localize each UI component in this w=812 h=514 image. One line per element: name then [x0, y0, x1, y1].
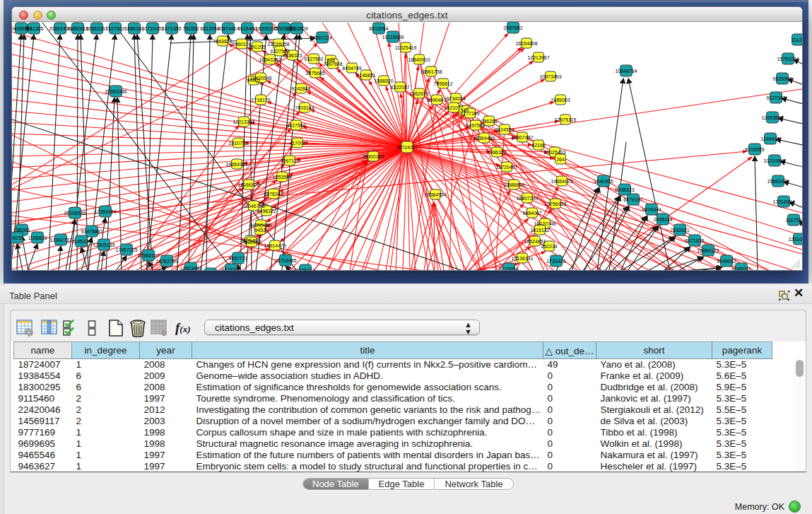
svg-text:19654955: 19654955: [225, 162, 247, 167]
svg-text:12093822: 12093822: [761, 115, 783, 120]
svg-text:3267110: 3267110: [281, 158, 300, 163]
svg-text:7357224: 7357224: [312, 35, 331, 40]
svg-text:16782759: 16782759: [155, 259, 177, 264]
svg-text:1588520: 1588520: [374, 78, 393, 83]
svg-text:264: 264: [556, 157, 565, 162]
svg-text:8938923: 8938923: [615, 187, 634, 192]
svg-text:7986322: 7986322: [487, 150, 506, 155]
svg-text:12975115: 12975115: [555, 117, 577, 122]
svg-text:8215955: 8215955: [745, 147, 764, 152]
svg-text:10756928: 10756928: [544, 201, 566, 206]
svg-text:8322037: 8322037: [390, 85, 409, 90]
svg-text:15716485: 15716485: [274, 258, 296, 263]
svg-text:9777169: 9777169: [460, 111, 479, 116]
svg-text:13524851: 13524851: [524, 239, 546, 244]
svg-text:20874414: 20874414: [217, 26, 239, 31]
svg-text:2087682: 2087682: [503, 25, 522, 30]
svg-text:10653267: 10653267: [86, 26, 107, 31]
svg-text:15692971: 15692971: [767, 179, 789, 184]
svg-text:10654122: 10654122: [697, 248, 719, 253]
svg-text:16120746: 16120746: [534, 221, 555, 226]
svg-text:891295: 891295: [249, 45, 265, 49]
svg-text:8811305: 8811305: [25, 26, 44, 31]
svg-text:9245052: 9245052: [717, 259, 736, 264]
svg-text:84099469: 84099469: [249, 223, 271, 228]
svg-text:1244415: 1244415: [760, 136, 779, 141]
svg-text:7803144: 7803144: [295, 105, 314, 110]
svg-text:16543362: 16543362: [259, 57, 281, 62]
svg-text:10807487: 10807487: [511, 135, 533, 140]
svg-text:18807249: 18807249: [516, 196, 538, 201]
svg-text:8186323: 8186323: [283, 53, 302, 58]
svg-text:8454749: 8454749: [342, 66, 361, 71]
svg-text:16033809: 16033809: [286, 26, 307, 31]
svg-text:11046798: 11046798: [243, 204, 265, 209]
svg-text:751552: 751552: [182, 26, 199, 31]
svg-text:93975887: 93975887: [81, 229, 102, 234]
svg-text:1156829: 1156829: [28, 235, 47, 240]
svg-text:11122: 11122: [792, 37, 802, 42]
svg-text:25300203: 25300203: [362, 154, 384, 159]
svg-text:62160: 62160: [531, 143, 546, 148]
svg-text:14914479: 14914479: [264, 243, 286, 248]
svg-text:935061: 935061: [13, 228, 30, 233]
svg-text:8471676: 8471676: [685, 238, 704, 243]
svg-text:3875685: 3875685: [305, 71, 324, 76]
svg-text:9227343: 9227343: [766, 95, 785, 100]
svg-text:23226058: 23226058: [267, 42, 289, 47]
svg-text:10688609: 10688609: [502, 182, 524, 187]
svg-text:2935114: 2935114: [654, 217, 673, 222]
svg-text:18724007: 18724007: [396, 145, 418, 150]
svg-text:19654923: 19654923: [551, 179, 572, 184]
svg-text:7955812: 7955812: [433, 81, 452, 86]
svg-text:6479197: 6479197: [623, 197, 642, 202]
svg-text:20053346: 20053346: [105, 89, 126, 94]
svg-text:417006: 417006: [289, 141, 305, 146]
svg-text:7632621: 7632621: [670, 228, 689, 233]
svg-text:10719155: 10719155: [141, 26, 163, 31]
svg-text:10210643: 10210643: [763, 158, 785, 163]
svg-text:9327502: 9327502: [304, 57, 323, 62]
svg-text:252214: 252214: [541, 244, 557, 249]
svg-text:16154808: 16154808: [515, 41, 537, 46]
svg-text:12505135: 12505135: [93, 243, 114, 247]
svg-text:15136141: 15136141: [511, 256, 533, 261]
svg-text:9474444: 9474444: [221, 267, 240, 271]
svg-text:9684067: 9684067: [522, 211, 541, 216]
svg-text:1671355: 1671355: [162, 26, 181, 31]
svg-text:116753: 116753: [786, 218, 802, 223]
svg-text:1527602: 1527602: [105, 26, 124, 31]
svg-text:12010654: 12010654: [788, 237, 802, 242]
svg-text:17957225: 17957225: [115, 247, 137, 252]
svg-text:15751074: 15751074: [777, 57, 799, 62]
svg-text:9427552: 9427552: [286, 123, 305, 128]
svg-text:10648784: 10648784: [615, 69, 637, 74]
svg-text:17016504: 17016504: [772, 199, 794, 204]
svg-text:17359924: 17359924: [94, 209, 116, 214]
svg-text:10973493: 10973493: [539, 74, 561, 79]
svg-text:9453: 9453: [254, 228, 266, 233]
svg-text:12942737: 12942737: [49, 238, 71, 243]
svg-text:10025433: 10025433: [543, 150, 565, 155]
svg-text:1362615: 1362615: [409, 91, 428, 96]
svg-text:1733426: 1733426: [546, 259, 565, 264]
svg-text:12213967: 12213967: [527, 55, 549, 60]
svg-text:7625402: 7625402: [242, 240, 261, 245]
svg-text:9245032: 9245032: [731, 267, 751, 271]
svg-text:8215954: 8215954: [499, 267, 518, 271]
svg-text:39159: 39159: [12, 235, 24, 240]
svg-text:9115460: 9115460: [238, 26, 257, 31]
svg-text:19166825: 19166825: [237, 182, 259, 187]
svg-text:3624554: 3624554: [495, 127, 514, 132]
svg-text:21364436: 21364436: [473, 136, 495, 141]
svg-text:7663822: 7663822: [213, 39, 232, 44]
svg-text:11325419: 11325419: [395, 45, 417, 50]
svg-text:18640910: 18640910: [408, 57, 430, 62]
svg-text:9474444: 9474444: [642, 207, 661, 212]
svg-text:7485003: 7485003: [551, 98, 570, 103]
svg-text:9146821: 9146821: [356, 73, 375, 78]
svg-text:2367608: 2367608: [323, 62, 342, 66]
svg-text:1145194: 1145194: [72, 239, 91, 244]
svg-text:12923445: 12923445: [180, 266, 201, 271]
svg-text:1810752: 1810752: [228, 141, 247, 146]
